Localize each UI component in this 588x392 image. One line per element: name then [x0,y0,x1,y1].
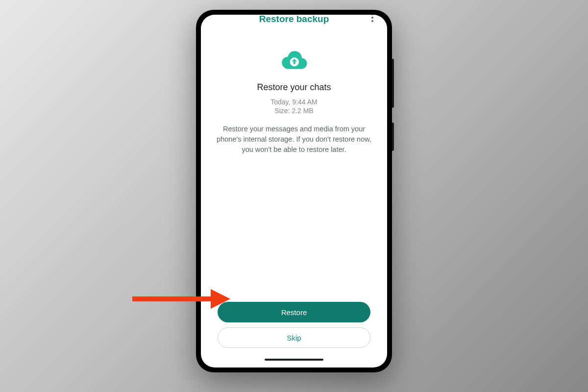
page-title: Restore backup [259,15,329,24]
skip-button[interactable]: Skip [218,327,370,348]
button-area: Restore Skip [201,302,387,368]
backup-size: Size: 2.2 MB [274,106,313,115]
gesture-bar [265,359,323,361]
screen: Restore backup Restore your chats Today,… [201,15,387,368]
backup-timestamp: Today, 9:44 AM [270,98,317,106]
header: Restore backup [201,15,387,27]
cloud-upload-icon [280,46,308,74]
restore-button[interactable]: Restore [218,302,370,322]
content-area: Restore your chats Today, 9:44 AM Size: … [201,27,387,302]
phone-side-button [392,59,394,108]
more-options-icon[interactable] [367,15,378,24]
phone-frame: Restore backup Restore your chats Today,… [196,10,392,372]
content-description: Restore your messages and media from you… [214,124,374,155]
content-heading: Restore your chats [257,82,331,93]
phone-side-button [392,122,394,151]
